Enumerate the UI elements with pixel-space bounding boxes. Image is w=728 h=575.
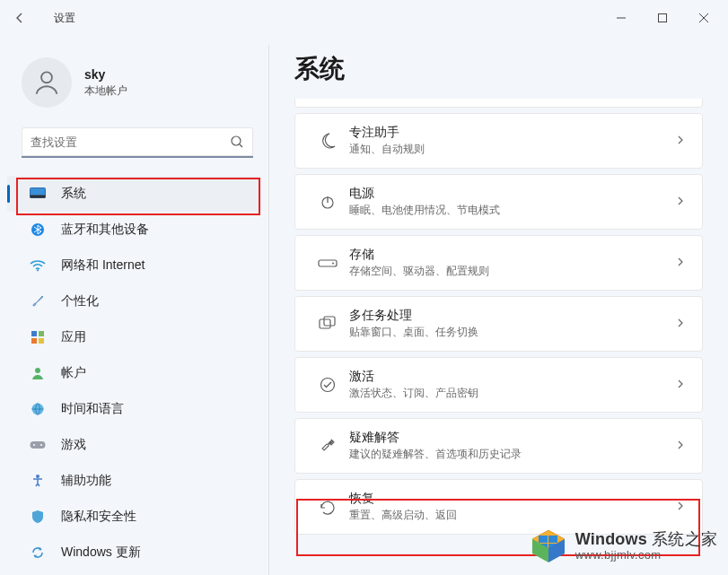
svg-rect-7 [31,331,37,336]
nav-label: 隐私和安全性 [61,509,136,525]
brush-icon [29,292,47,310]
svg-rect-10 [39,338,44,344]
row-troubleshoot[interactable]: 疑难解答 建议的疑难解答、首选项和历史记录 [294,418,703,474]
sidebar: sky 本地帐户 系统 蓝牙和其他设备 [0,36,269,575]
row-title: 恢复 [349,491,675,507]
chevron-right-icon [675,255,686,271]
titlebar-left: 设置 [0,0,75,36]
search-icon [230,135,244,152]
search-input[interactable] [22,127,253,158]
nav-label: 个性化 [61,293,99,309]
globe-icon [29,400,47,418]
app-title: 设置 [54,11,75,26]
monitor-icon [29,185,47,203]
row-focus-assist[interactable]: 专注助手 通知、自动规则 [294,113,703,169]
nav-item-bluetooth[interactable]: 蓝牙和其他设备 [7,212,262,248]
svg-rect-9 [31,338,37,344]
windows-logo-icon [529,527,568,566]
chevron-right-icon [675,438,686,454]
apps-icon [29,328,47,346]
row-power[interactable]: 电源 睡眠、电池使用情况、节电模式 [294,174,703,230]
close-button[interactable] [683,4,724,32]
avatar [22,57,72,108]
nav-label: 网络和 Internet [61,257,145,274]
row-partial-top[interactable] [294,99,703,108]
nav-label: Windows 更新 [61,545,141,561]
nav-item-windows-update[interactable]: Windows 更新 [7,535,262,571]
nav-item-system[interactable]: 系统 [7,176,262,212]
user-info: sky 本地帐户 [84,67,127,99]
svg-rect-4 [31,196,46,198]
svg-point-1 [41,72,52,83]
recovery-icon [310,498,346,516]
nav-label: 系统 [61,186,86,202]
row-sub: 激活状态、订阅、产品密钥 [349,386,675,401]
wrench-icon [310,437,346,455]
row-sub: 贴靠窗口、桌面、任务切换 [349,325,675,340]
nav-label: 时间和语言 [61,401,124,417]
nav-item-accessibility[interactable]: 辅助功能 [7,463,262,499]
nav-item-accounts[interactable]: 帐户 [7,355,262,391]
row-sub: 重置、高级启动、返回 [349,508,675,523]
chevron-right-icon [675,133,686,149]
search-wrap [22,127,253,158]
power-icon [310,193,346,211]
titlebar [0,0,728,36]
main-panel: 系统 专注助手 通知、自动规则 电源 睡眠、电池使用情况、节电模式 [269,36,728,575]
maximize-button[interactable] [642,4,683,32]
svg-rect-8 [39,331,44,336]
nav-item-privacy[interactable]: 隐私和安全性 [7,499,262,535]
user-profile[interactable]: sky 本地帐户 [0,50,269,122]
account-type: 本地帐户 [84,83,127,99]
svg-rect-13 [31,441,46,449]
person-icon [29,364,47,382]
close-icon [699,13,708,22]
row-sub: 建议的疑难解答、首选项和历史记录 [349,447,675,462]
row-title: 多任务处理 [349,308,675,324]
nav-label: 游戏 [61,437,86,453]
nav-item-personalization[interactable]: 个性化 [7,283,262,319]
row-title: 电源 [349,186,675,202]
nav-label: 辅助功能 [61,473,111,489]
settings-window: 设置 sky 本地帐户 [0,0,728,575]
update-icon [29,544,47,562]
minimize-button[interactable] [601,4,642,32]
svg-rect-0 [659,14,667,22]
svg-rect-21 [324,317,335,326]
nav-label: 帐户 [61,365,86,381]
chevron-right-icon [675,316,686,332]
row-activation[interactable]: 激活 激活状态、订阅、产品密钥 [294,357,703,413]
shield-icon [29,508,47,526]
svg-point-15 [40,444,42,446]
row-title: 专注助手 [349,125,675,141]
nav-item-gaming[interactable]: 游戏 [7,427,262,463]
drive-icon [310,257,346,269]
row-title: 存储 [349,247,675,263]
svg-point-14 [33,444,35,446]
svg-rect-20 [320,319,330,328]
check-icon [310,376,346,394]
nav-item-apps[interactable]: 应用 [7,319,262,355]
row-sub: 通知、自动规则 [349,142,675,157]
wifi-icon [29,257,47,274]
row-storage[interactable]: 存储 存储空间、驱动器、配置规则 [294,235,703,291]
nav-item-network[interactable]: 网络和 Internet [7,248,262,283]
row-title: 激活 [349,369,675,385]
multitask-icon [310,316,346,332]
nav-label: 蓝牙和其他设备 [61,222,149,238]
svg-point-16 [36,475,39,478]
page-title: 系统 [294,52,703,86]
nav-list: 系统 蓝牙和其他设备 网络和 Internet 个性化 应用 [0,172,269,575]
svg-point-6 [37,269,39,271]
bluetooth-icon [29,221,47,239]
watermark: Windows 系统之家 www.bjjmlv.com [523,523,723,570]
nav-item-time-language[interactable]: 时间和语言 [7,391,262,427]
moon-icon [310,132,346,150]
settings-list: 专注助手 通知、自动规则 电源 睡眠、电池使用情况、节电模式 [294,99,703,575]
chevron-right-icon [675,194,686,210]
back-button[interactable] [0,0,39,36]
row-multitasking[interactable]: 多任务处理 贴靠窗口、桌面、任务切换 [294,296,703,352]
watermark-brand: Windows 系统之家 [575,531,717,549]
row-sub: 睡眠、电池使用情况、节电模式 [349,203,675,218]
svg-rect-25 [548,536,557,543]
